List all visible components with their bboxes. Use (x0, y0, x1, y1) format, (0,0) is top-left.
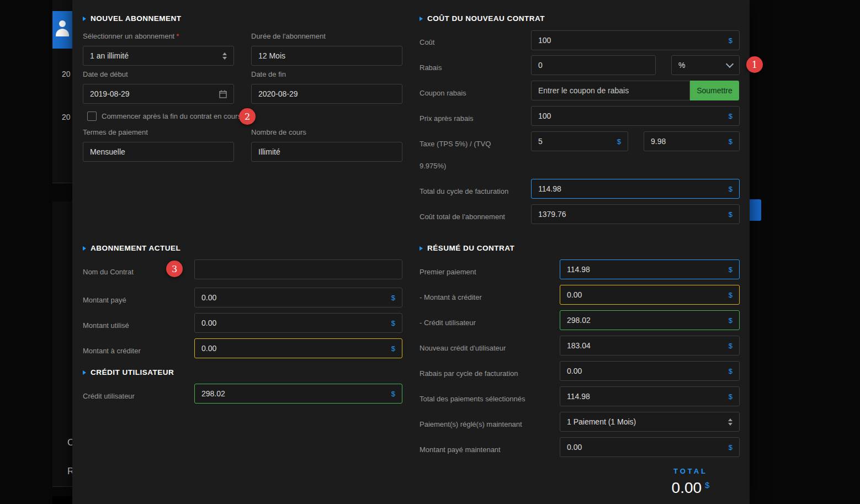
dollar-suffix: $ (729, 112, 732, 120)
selected-payments-total-input[interactable]: 114.98 $ (560, 386, 740, 406)
start-after-contract-checkbox[interactable] (87, 112, 97, 121)
field-value: 1 Paiement (1 Mois) (567, 417, 724, 426)
discount-unit-select[interactable]: % (671, 55, 740, 75)
coupon-field[interactable] (531, 81, 690, 100)
field-value: 0.00 (567, 443, 724, 452)
field-value: 100 (538, 112, 724, 120)
duration-input[interactable]: 12 Mois (251, 46, 402, 66)
triangle-icon (83, 246, 86, 251)
payments-settled-select[interactable]: 1 Paiement (1 Mois) (560, 412, 740, 432)
field-value: 0.00 (567, 290, 724, 299)
field-value: 9.98 (651, 137, 724, 146)
field-value: 298.02 (201, 389, 387, 398)
amount-paid-input[interactable]: 0.00 $ (194, 288, 402, 307)
contract-name-label: Nom du Contrat (83, 268, 134, 276)
amount-paid-now-input[interactable]: 0.00 $ (560, 437, 740, 457)
price-after-discount-label: Prix après rabais (420, 114, 474, 123)
field-value: 2020-08-29 (258, 89, 395, 98)
section-title-contract-summary: RÉSUMÉ DU CONTRAT (420, 244, 514, 252)
field-value: 12 Mois (258, 51, 395, 60)
amount-to-credit-label: Montant à créditer (83, 347, 141, 355)
tax-tvq-input[interactable]: 9.98 $ (644, 131, 740, 151)
background-text-fragment: 20 (62, 113, 71, 121)
field-value: 183.04 (567, 341, 724, 350)
cycle-total-label: Total du cycle de facturation (420, 187, 508, 195)
section-title-user-credit: CRÉDIT UTILISATEUR (83, 368, 174, 376)
first-payment-input[interactable]: 114.98 $ (560, 259, 740, 279)
minus-credit-amount-label: - Montant à créditer (420, 293, 482, 301)
payments-settled-label: Paiement(s) réglé(s) maintenant (420, 420, 522, 428)
field-value: Illimité (258, 147, 395, 156)
step-badge-3: 3 (166, 261, 183, 277)
payment-terms-input[interactable]: Mensuelle (83, 142, 234, 162)
minus-user-credit-label: - Crédit utilisateur (420, 319, 476, 327)
coupon-input[interactable] (538, 86, 683, 95)
minus-credit-amount-input[interactable]: 0.00 $ (560, 285, 740, 305)
triangle-icon (83, 370, 86, 375)
dollar-suffix: $ (729, 36, 732, 45)
field-value: 1379.76 (538, 210, 724, 219)
dollar-suffix: $ (729, 342, 732, 350)
cost-label: Coût (420, 38, 434, 46)
start-date-input[interactable]: 2019-08-29 (83, 84, 234, 104)
end-date-label: Date de fin (251, 70, 286, 78)
total-currency: $ (705, 480, 709, 490)
discount-input[interactable]: 0 (531, 55, 656, 75)
dollar-suffix: $ (729, 367, 732, 375)
label-text: Sélectionner un abonnement (83, 32, 174, 40)
triangle-icon (83, 17, 86, 21)
discount-per-cycle-label: Rabais par cycle de facturation (420, 369, 518, 378)
end-date-input[interactable]: 2020-08-29 (251, 84, 402, 104)
amount-used-input[interactable]: 0.00 $ (194, 313, 402, 333)
arrow-up-icon (728, 418, 732, 421)
courses-label: Nombre de cours (251, 128, 306, 136)
cost-input[interactable]: 100 $ (531, 30, 740, 50)
subscription-total-label: Coût total de l'abonnement (420, 213, 505, 221)
amount-paid-now-label: Montant payé maintenant (420, 445, 501, 454)
dollar-suffix: $ (617, 137, 621, 146)
step-badge-2: 2 (239, 108, 256, 125)
dollar-suffix: $ (391, 319, 395, 327)
arrow-down-icon (222, 57, 227, 60)
total-block: TOTAL 0.00$ (635, 467, 746, 497)
subscription-select[interactable]: 1 an illimité (83, 46, 234, 66)
minus-user-credit-input[interactable]: 298.02 $ (560, 310, 740, 330)
dollar-suffix: $ (729, 316, 732, 325)
coupon-label: Coupon rabais (420, 89, 466, 97)
new-user-credit-label: Nouveau crédit d'utilisateur (420, 344, 506, 352)
contract-name-input[interactable] (194, 259, 402, 279)
discount-per-cycle-input[interactable]: 0.00 $ (560, 361, 740, 381)
field-value: 0 (538, 61, 649, 70)
arrow-up-icon (222, 52, 227, 55)
subscription-select-label: Sélectionner un abonnement* (83, 32, 179, 40)
subscription-total-input[interactable]: 1379.76 $ (531, 204, 740, 224)
field-value: 298.02 (567, 316, 724, 325)
field-value: 0.00 (201, 344, 387, 353)
discount-label: Rabais (420, 63, 442, 72)
selected-payments-total-label: Total des paiements sélectionnés (420, 395, 525, 403)
field-value: Mensuelle (90, 147, 227, 156)
amount-to-credit-input[interactable]: 0.00 $ (194, 338, 402, 358)
field-value: 114.98 (538, 184, 724, 193)
section-title-new-subscription: NOUVEL ABONNEMENT (83, 14, 182, 23)
background-text-fragment: 20 (62, 70, 71, 78)
sort-arrows-icon (728, 418, 732, 426)
user-credit-input[interactable]: 298.02 $ (194, 384, 402, 404)
first-payment-label: Premier paiement (420, 268, 476, 276)
tax-tps-input[interactable]: 5 $ (531, 131, 628, 151)
courses-input[interactable]: Illimité (251, 142, 402, 162)
field-value: 1 an illimité (90, 51, 218, 60)
price-after-discount-input[interactable]: 100 $ (531, 106, 740, 126)
submit-coupon-button[interactable]: Soumettre (690, 81, 739, 100)
new-user-credit-input[interactable]: 183.04 $ (560, 336, 740, 356)
page: 20 20 C R NOUVEL ABONNEMENT Sélectionner… (0, 0, 860, 504)
background-dark-strip (52, 496, 72, 504)
step-badge-1: 1 (746, 56, 763, 73)
section-title-text: NOUVEL ABONNEMENT (91, 14, 182, 23)
section-title-text: RÉSUMÉ DU CONTRAT (427, 244, 514, 252)
background-blue-button[interactable] (750, 199, 761, 221)
section-title-new-contract-cost: COÛT DU NOUVEAU CONTRAT (420, 14, 545, 23)
total-value: 0.00$ (635, 479, 746, 497)
cycle-total-input[interactable]: 114.98 $ (531, 179, 740, 199)
dollar-suffix: $ (729, 392, 732, 401)
